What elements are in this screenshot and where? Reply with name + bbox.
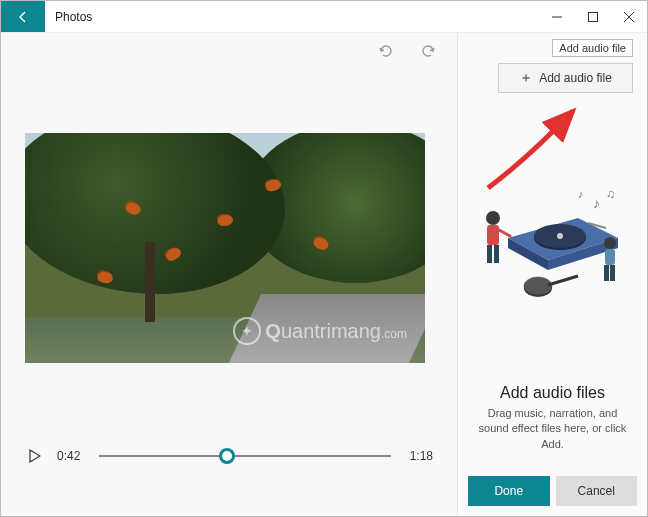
svg-rect-18 xyxy=(604,265,609,281)
seek-slider[interactable] xyxy=(99,446,391,466)
microphone-icon xyxy=(524,276,578,297)
panel-heading: Add audio files xyxy=(458,384,647,402)
undo-button[interactable] xyxy=(375,41,395,61)
app-title: Photos xyxy=(45,1,102,32)
back-button[interactable] xyxy=(1,1,45,32)
svg-text:♪: ♪ xyxy=(578,188,584,200)
add-audio-file-button[interactable]: ＋ Add audio file xyxy=(498,63,633,93)
svg-point-9 xyxy=(557,233,563,239)
svg-rect-12 xyxy=(487,225,499,245)
svg-line-22 xyxy=(548,276,578,285)
play-button[interactable] xyxy=(25,446,45,466)
svg-text:♫: ♫ xyxy=(606,187,615,201)
svg-rect-1 xyxy=(589,12,598,21)
svg-point-21 xyxy=(524,277,552,295)
cancel-button[interactable]: Cancel xyxy=(556,476,638,506)
svg-point-16 xyxy=(604,237,616,249)
svg-rect-17 xyxy=(605,249,615,265)
person-right-icon xyxy=(604,237,616,281)
seek-thumb[interactable] xyxy=(219,448,235,464)
svg-point-11 xyxy=(486,211,500,225)
done-button[interactable]: Done xyxy=(468,476,550,506)
redo-button[interactable] xyxy=(419,41,439,61)
video-preview[interactable]: ✦ Quantrimang.com xyxy=(25,133,425,363)
close-button[interactable] xyxy=(611,1,647,32)
svg-rect-13 xyxy=(487,245,492,263)
minimize-button[interactable] xyxy=(539,1,575,32)
music-notes-icon: ♪ ♫ ♪ xyxy=(578,187,615,211)
person-left-icon xyxy=(486,211,510,263)
panel-description: Drag music, narration, and sound effect … xyxy=(458,402,647,466)
tooltip: Add audio file xyxy=(552,39,633,57)
plus-icon: ＋ xyxy=(519,69,533,87)
watermark: ✦ Quantrimang.com xyxy=(233,317,407,345)
add-button-label: Add audio file xyxy=(539,71,612,85)
time-total: 1:18 xyxy=(403,449,433,463)
turntable-icon xyxy=(508,218,618,270)
maximize-button[interactable] xyxy=(575,1,611,32)
svg-text:♪: ♪ xyxy=(593,195,600,211)
time-current: 0:42 xyxy=(57,449,87,463)
svg-line-15 xyxy=(499,230,510,236)
editor-main: ✦ Quantrimang.com 0:42 1:18 xyxy=(1,33,457,516)
playback-controls: 0:42 1:18 xyxy=(25,446,433,466)
audio-side-panel: Add audio file ＋ Add audio file xyxy=(457,33,647,516)
titlebar: Photos xyxy=(1,1,647,33)
svg-rect-19 xyxy=(610,265,615,281)
svg-rect-14 xyxy=(494,245,499,263)
